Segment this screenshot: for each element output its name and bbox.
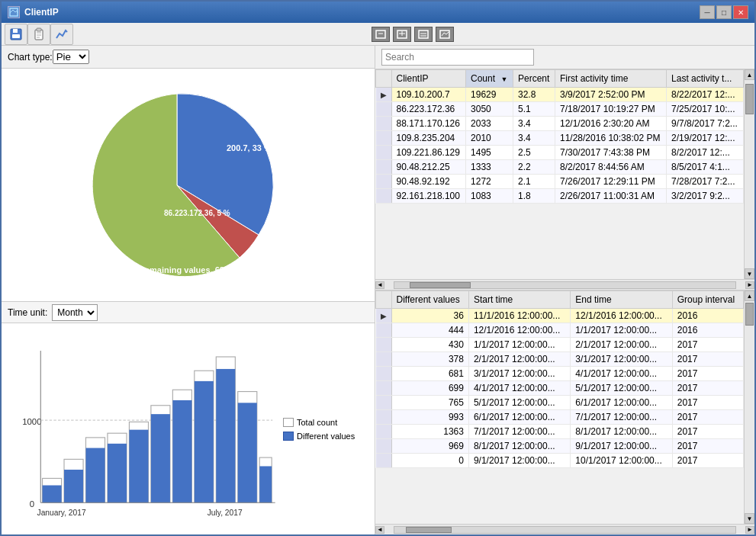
hscroll-right[interactable]: ► (745, 281, 754, 289)
hscroll-left-2[interactable]: ◄ (375, 526, 384, 534)
maximize-button[interactable]: □ (716, 5, 732, 19)
header-first-activity[interactable]: First activity time (555, 70, 667, 88)
scrollbar-track-2[interactable] (745, 301, 754, 513)
header-last-activity[interactable]: Last activity t... (667, 70, 744, 88)
ip-table-cell: 92.161.218.100 (391, 189, 466, 204)
top-table-section: ClientIP Count ▼ Percent First activity … (375, 46, 754, 290)
ip-table-cell: 3/2/2017 9:2... (667, 189, 744, 204)
chart-type-control: Chart type: Pie Bar Line (2, 46, 375, 69)
left-panel: Chart type: Pie Bar Line (2, 46, 375, 534)
main-content: Chart type: Pie Bar Line (2, 46, 754, 534)
time-table-wrapper[interactable]: Different values Start time End time Gro… (375, 290, 744, 524)
header-start-time[interactable]: Start time (468, 291, 570, 309)
scrollbar-down-arrow-2[interactable]: ▼ (745, 513, 754, 524)
bar-chart-wrapper: 0 1000 (8, 329, 277, 528)
ip-table-row[interactable]: 90.48.212.2513332.28/2/2017 8:44:56 AM8/… (376, 160, 744, 175)
top-table-hscrollbar[interactable]: ◄ ► (375, 279, 754, 290)
svg-text:Remaining values, 62 %: Remaining values, 62 % (139, 265, 234, 274)
time-table-cell: 0 (391, 454, 468, 468)
window-title: ClientIP (24, 7, 700, 18)
time-table-row[interactable]: 09/1/2017 12:00:00...10/1/2017 12:00:00.… (376, 454, 744, 468)
ip-table-cell: 2033 (466, 117, 513, 131)
bar-chart-svg: 0 1000 (8, 329, 277, 528)
ip-table-cell: 12/1/2016 2:30:20 AM (555, 117, 667, 131)
scrollbar-thumb[interactable] (745, 84, 754, 114)
header-percent[interactable]: Percent (513, 70, 555, 88)
bottom-table-section: Different values Start time End time Gro… (375, 290, 754, 534)
time-table-cell: 4/1/2017 12:00:00... (468, 381, 570, 396)
ip-table-row[interactable]: ▶109.10.200.71962932.83/9/2017 2:52:00 P… (376, 88, 744, 102)
time-table-row[interactable]: 3782/1/2017 12:00:00...3/1/2017 12:00:00… (376, 352, 744, 367)
ip-table-row[interactable]: 86.223.172.3630505.17/18/2017 10:19:27 P… (376, 102, 744, 117)
row-indicator-2 (376, 396, 392, 410)
hscroll-thumb[interactable] (410, 282, 471, 288)
scrollbar-up-arrow-2[interactable]: ▲ (745, 290, 754, 301)
bottom-table-scrollbar[interactable]: ▲ ▼ (744, 290, 754, 524)
hscroll-right-2[interactable]: ► (745, 526, 754, 534)
ip-table-row[interactable]: 90.48.92.19212722.17/26/2017 12:29:11 PM… (376, 175, 744, 189)
scrollbar-track[interactable] (745, 80, 754, 268)
row-indicator: ▶ (376, 88, 392, 102)
time-table-row[interactable]: 4301/1/2017 12:00:00...2/1/2017 12:00:00… (376, 338, 744, 352)
ip-table-cell: 7/25/2017 10:... (667, 102, 744, 117)
chart-button[interactable] (50, 24, 73, 45)
time-table-cell: 765 (391, 396, 468, 410)
hscroll-left[interactable]: ◄ (375, 281, 384, 289)
chart-type-select[interactable]: Pie Bar Line (53, 50, 89, 64)
time-table-row[interactable]: 7655/1/2017 12:00:00...6/1/2017 12:00:00… (376, 396, 744, 410)
scrollbar-down-arrow[interactable]: ▼ (745, 268, 754, 279)
ip-table-cell: 7/26/2017 12:29:11 PM (555, 175, 667, 189)
time-unit-select[interactable]: Month Day Hour Year (52, 304, 98, 321)
minimize-button[interactable]: ─ (700, 5, 715, 19)
time-table-row[interactable]: ▶3611/1/2016 12:00:00...12/1/2016 12:00:… (376, 309, 744, 323)
time-table-cell: 7/1/2017 12:00:00... (468, 425, 570, 439)
remote-btn-3[interactable] (414, 27, 433, 42)
time-table-cell: 993 (391, 410, 468, 425)
ip-table-row[interactable]: 88.171.170.12620333.412/1/2016 2:30:20 A… (376, 117, 744, 131)
header-indicator2 (376, 291, 392, 309)
time-table-row[interactable]: 13637/1/2017 12:00:00...8/1/2017 12:00:0… (376, 425, 744, 439)
header-end-time[interactable]: End time (571, 291, 672, 309)
time-table-row[interactable]: 9698/1/2017 12:00:00...9/1/2017 12:00:00… (376, 439, 744, 454)
remote-btn-2[interactable] (393, 27, 411, 42)
svg-rect-43 (195, 381, 214, 502)
header-group-interval[interactable]: Group interval (672, 291, 743, 309)
legend-label-total: Total count (297, 418, 337, 427)
ip-table-cell: 2010 (466, 131, 513, 146)
time-table-row[interactable]: 44412/1/2016 12:00:00...1/1/2017 12:00:0… (376, 323, 744, 338)
bottom-table-hscrollbar[interactable]: ◄ ► (375, 524, 754, 534)
scrollbar-up-arrow[interactable]: ▲ (745, 69, 754, 80)
save-button[interactable] (5, 24, 27, 45)
row-indicator-2 (376, 454, 392, 468)
header-count[interactable]: Count ▼ (466, 70, 513, 88)
clipboard-button[interactable] (27, 24, 50, 45)
ip-table-cell: 88.171.170.126 (391, 117, 466, 131)
remote-btn-4[interactable] (436, 27, 454, 42)
time-table-cell: 969 (391, 439, 468, 454)
hscroll-track-2[interactable] (394, 526, 736, 534)
close-button[interactable]: ✕ (733, 5, 748, 19)
svg-rect-46 (259, 466, 272, 502)
time-table-cell: 2/1/2017 12:00:00... (571, 338, 672, 352)
row-indicator-2 (376, 367, 392, 381)
ip-table-row[interactable]: 92.161.218.10010831.82/26/2017 11:00:31 … (376, 189, 744, 204)
legend-color-diff (283, 432, 294, 441)
ip-table-cell: 3/9/2017 2:52:00 PM (555, 88, 667, 102)
time-table-row[interactable]: 9936/1/2017 12:00:00...7/1/2017 12:00:00… (376, 410, 744, 425)
time-table-row[interactable]: 6813/1/2017 12:00:00...4/1/2017 12:00:00… (376, 367, 744, 381)
remote-btn-1[interactable] (372, 27, 390, 42)
search-input[interactable] (381, 49, 534, 66)
header-diff-values[interactable]: Different values (391, 291, 468, 309)
ip-table-wrapper[interactable]: ClientIP Count ▼ Percent First activity … (375, 69, 744, 279)
ip-table-row[interactable]: 109.221.86.12914952.57/30/2017 7:43:38 P… (376, 146, 744, 160)
ip-table-row[interactable]: 109.8.235.20420103.411/28/2016 10:38:02 … (376, 131, 744, 146)
scrollbar-thumb-2[interactable] (745, 303, 754, 326)
pie-chart-container: 200.7, 33 % 86.223.172.36, 5 % Remaining… (2, 69, 375, 301)
hscroll-thumb-2[interactable] (406, 527, 452, 533)
header-clientip[interactable]: ClientIP (391, 70, 466, 88)
ip-table-cell: 32.8 (513, 88, 555, 102)
ip-table-cell: 90.48.212.25 (391, 160, 466, 175)
time-table-row[interactable]: 6994/1/2017 12:00:00...5/1/2017 12:00:00… (376, 381, 744, 396)
top-table-scrollbar[interactable]: ▲ ▼ (744, 69, 754, 279)
hscroll-track[interactable] (394, 281, 736, 289)
